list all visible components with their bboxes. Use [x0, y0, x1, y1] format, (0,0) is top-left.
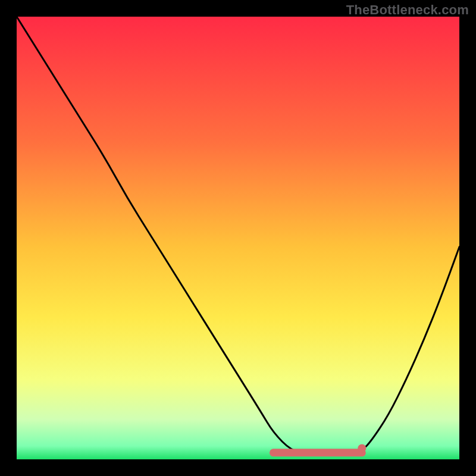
chart-svg [17, 17, 459, 459]
marker-dot [358, 444, 366, 452]
gradient-background [17, 17, 459, 459]
attribution-label: TheBottleneck.com [346, 2, 469, 18]
chart-frame: TheBottleneck.com [0, 0, 476, 476]
plot-area [17, 17, 459, 459]
